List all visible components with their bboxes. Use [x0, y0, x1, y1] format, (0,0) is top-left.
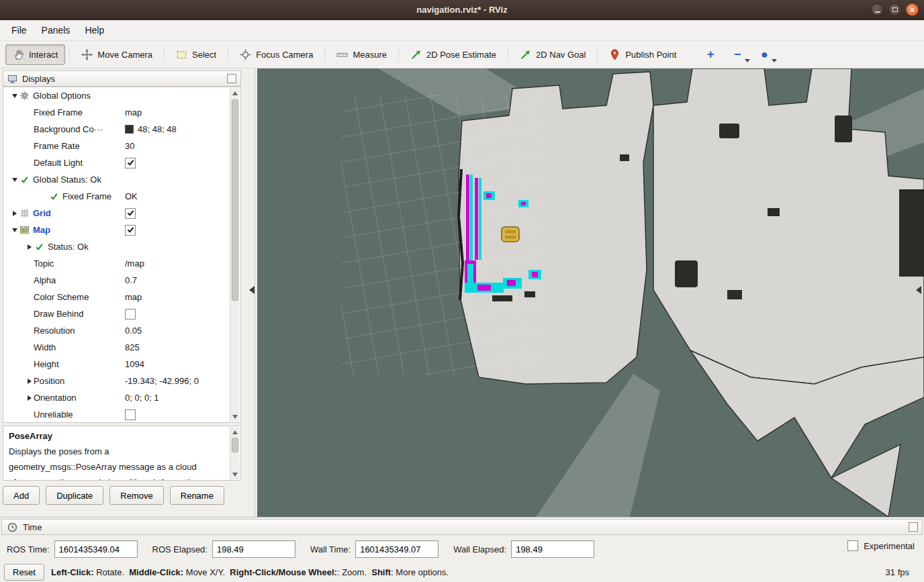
property-row-height[interactable]: Height1094: [3, 356, 240, 373]
close-button[interactable]: ×: [906, 3, 919, 16]
tool-select[interactable]: Select: [169, 44, 224, 65]
time-field-input[interactable]: [212, 540, 295, 558]
menu-item-panels[interactable]: Panels: [34, 21, 78, 39]
toolbar-separator: [69, 47, 70, 62]
tool-interact[interactable]: Interact: [5, 44, 65, 65]
toolbar-actions: +−●: [704, 46, 771, 62]
tool-move-camera[interactable]: Move Camera: [74, 44, 160, 65]
menu-item-file[interactable]: File: [4, 21, 34, 39]
triangle-icon: [12, 228, 17, 232]
property-row-default-light[interactable]: Default Light: [3, 154, 240, 171]
remove-button[interactable]: Remove: [109, 486, 163, 505]
help-segment: : More options.: [391, 567, 449, 577]
property-row-global-options[interactable]: Global Options: [3, 87, 240, 104]
checkbox[interactable]: [125, 158, 136, 168]
description-title-line: PoseArray: [9, 428, 227, 444]
panel-collapse-arrow-right[interactable]: [916, 286, 921, 294]
property-row-unreliable[interactable]: Unreliable: [3, 406, 240, 423]
checkbox[interactable]: [125, 309, 136, 320]
expander-open[interactable]: [10, 226, 19, 234]
property-row-global-status-ok[interactable]: Global Status: Ok: [3, 171, 240, 188]
view-options-button[interactable]: ●: [757, 46, 771, 62]
property-row-frame-rate[interactable]: Frame Rate30: [3, 138, 240, 154]
property-row-color-scheme[interactable]: Color Schememap: [3, 289, 240, 305]
remove-tool-button[interactable]: −: [731, 46, 744, 62]
scroll-down-button[interactable]: [230, 469, 240, 479]
property-name: Global Status: Ok: [33, 175, 101, 185]
property-value: 0.05: [125, 326, 142, 336]
description-panel: PoseArray Displays the poses from a geom…: [3, 426, 241, 481]
value-text: 48; 48; 48: [138, 124, 177, 134]
property-row-resolution[interactable]: Resolution0.05: [3, 322, 240, 339]
checkbox[interactable]: [125, 409, 136, 420]
3d-viewport[interactable]: [257, 68, 924, 517]
reset-button[interactable]: Reset: [4, 564, 44, 581]
time-field-input[interactable]: [355, 540, 438, 558]
property-value: [125, 208, 136, 219]
help-segment: : Zoom.: [337, 567, 371, 577]
help-segment: Move X/Y.: [183, 567, 230, 577]
displays-panel-header[interactable]: Displays: [3, 70, 241, 87]
property-row-alpha[interactable]: Alpha0.7: [3, 272, 240, 289]
checkbox[interactable]: [125, 208, 136, 219]
tool-publish-point[interactable]: Publish Point: [602, 44, 684, 65]
property-row-background-co[interactable]: Background Co···48; 48; 48: [3, 121, 240, 138]
displays-panel-title: Displays: [22, 74, 222, 84]
focus-camera-icon: [240, 49, 251, 60]
duplicate-button[interactable]: Duplicate: [46, 486, 103, 505]
property-row-map[interactable]: Map: [3, 222, 240, 238]
time-fields: ROS Time:ROS Elapsed:Wall Time:Wall Elap…: [1, 536, 923, 562]
titlebar[interactable]: navigation.rviz* - RViz ×: [0, 0, 924, 20]
property-row-position[interactable]: Position-19.343; -42.996; 0: [3, 373, 240, 389]
toolbar-separator: [228, 47, 228, 62]
property-row-width[interactable]: Width825: [3, 339, 240, 356]
clock-icon: [7, 522, 17, 532]
expander-none: [25, 326, 34, 335]
expander-open[interactable]: [10, 91, 19, 100]
value-text: map: [125, 107, 142, 117]
property-row-draw-behind[interactable]: Draw Behind: [3, 305, 240, 322]
property-value: map: [125, 292, 142, 302]
pin-icon: [609, 49, 620, 60]
add-button[interactable]: Add: [3, 486, 40, 505]
rename-button[interactable]: Rename: [170, 486, 224, 505]
property-row-fixed-frame[interactable]: Fixed Framemap: [3, 104, 240, 121]
tool-measure[interactable]: Measure: [329, 44, 394, 65]
property-row-fixed-frame[interactable]: Fixed FrameOK: [3, 188, 240, 205]
displays-panel-float-button[interactable]: [227, 74, 236, 83]
expander-closed[interactable]: [10, 209, 19, 217]
add-tool-button[interactable]: +: [704, 46, 717, 62]
experimental-checkbox[interactable]: [847, 540, 858, 551]
tool-2d-nav-goal[interactable]: 2D Nav Goal: [512, 44, 593, 65]
minimize-button[interactable]: [871, 3, 884, 16]
menu-item-help[interactable]: Help: [77, 21, 111, 39]
help-segment: Middle-Click:: [129, 567, 183, 577]
time-field-ros-time: ROS Time:: [7, 540, 138, 558]
expander-open[interactable]: [10, 175, 19, 184]
expander-closed[interactable]: [25, 393, 34, 402]
property-row-orientation[interactable]: Orientation0; 0; 0; 1: [3, 389, 240, 406]
expander-closed[interactable]: [25, 377, 34, 385]
move-camera-icon: [81, 49, 93, 60]
time-field-input[interactable]: [54, 540, 138, 558]
description-scrollbar[interactable]: [230, 427, 240, 479]
tool-2d-pose-estimate[interactable]: 2D Pose Estimate: [403, 44, 504, 65]
scroll-up-button[interactable]: [230, 427, 240, 437]
property-row-topic[interactable]: Topic/map: [3, 255, 240, 272]
maximize-button[interactable]: [888, 3, 901, 16]
status-bar: Reset Left-Click: Rotate. Middle-Click: …: [0, 563, 924, 582]
toolbar-separator: [508, 47, 508, 62]
property-row-grid[interactable]: Grid: [3, 205, 240, 222]
scroll-handle[interactable]: [232, 438, 238, 452]
panel-collapse-arrow-left[interactable]: [249, 286, 255, 294]
maximize-icon: [892, 7, 898, 12]
tool-focus-camera[interactable]: Focus Camera: [232, 44, 320, 65]
checkbox[interactable]: [125, 225, 136, 236]
time-panel-float-button[interactable]: [909, 522, 918, 532]
expander-closed[interactable]: [25, 242, 34, 251]
property-row-status-ok[interactable]: Status: Ok: [3, 238, 240, 255]
time-field-input[interactable]: [511, 540, 594, 558]
more-information-link[interactable]: More Information.: [130, 477, 203, 481]
time-panel-header[interactable]: Time: [1, 519, 923, 535]
property-value: 0.7: [125, 275, 137, 285]
